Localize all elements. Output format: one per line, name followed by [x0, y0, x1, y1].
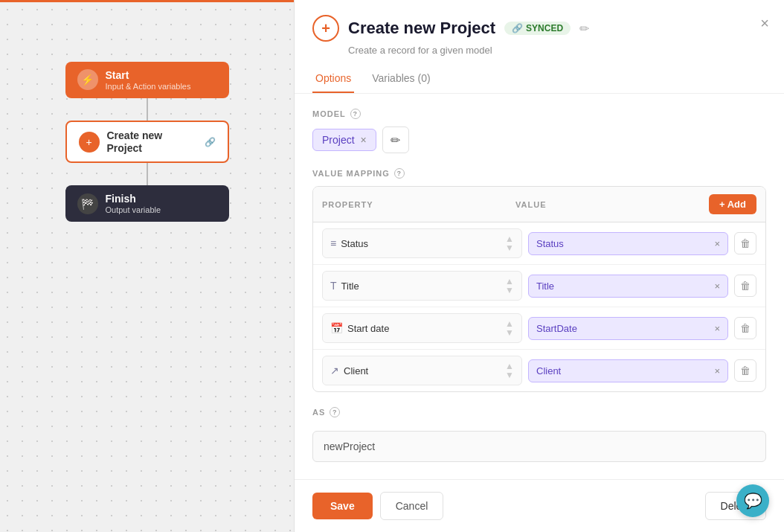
chat-button[interactable]: 💬 [736, 484, 769, 517]
client-prop-icon: ↗ [330, 365, 339, 376]
sort-arrows-client: ▲▼ [505, 362, 514, 379]
synced-label: SYNCED [526, 23, 563, 33]
link-chain-icon: 🔗 [512, 23, 523, 33]
start-node[interactable]: ⚡ Start Input & Action variables [65, 62, 229, 98]
finish-node-title: Finish [106, 193, 161, 205]
delete-row-title[interactable]: 🗑 [734, 275, 756, 297]
as-help-icon[interactable]: ? [330, 407, 340, 417]
tab-variables[interactable]: Variables (0) [369, 65, 433, 93]
model-edit-button[interactable]: ✏ [382, 126, 409, 153]
value-mapping-label: VALUE MAPPING ? [312, 168, 766, 179]
edit-title-icon[interactable]: ✏ [579, 22, 589, 36]
synced-badge: 🔗 SYNCED [504, 22, 571, 35]
startdate-property-label: Start date [347, 323, 389, 334]
create-node-title: Create new Project [107, 129, 197, 155]
status-value-remove[interactable]: × [714, 238, 720, 249]
model-tag[interactable]: Project × [312, 129, 376, 151]
start-node-icon: ⚡ [77, 69, 98, 90]
panel-title: Create new Project [348, 19, 495, 38]
model-section-label: MODEL ? [312, 109, 766, 119]
cancel-button[interactable]: Cancel [380, 492, 444, 520]
title-value-tag[interactable]: Title × [528, 275, 728, 298]
close-button[interactable]: × [760, 15, 769, 32]
sort-arrows-title: ▲▼ [505, 277, 514, 295]
connector-1 [147, 98, 148, 121]
client-value-remove[interactable]: × [714, 365, 720, 376]
table-row: ≡ Status ▲▼ Status × 🗑 [313, 222, 765, 265]
value-mapping-help-icon[interactable]: ? [394, 168, 405, 179]
panel-plus-icon: + [312, 15, 339, 42]
property-selector-startdate[interactable]: 📅 Start date ▲▼ [322, 313, 522, 343]
mapping-table-header: PROPERTY VALUE + Add [313, 187, 765, 222]
status-prop-icon: ≡ [330, 237, 336, 249]
finish-node-icon: 🏁 [77, 193, 98, 214]
panel-footer: Save Cancel Delete [295, 479, 784, 532]
workflow-canvas: ⚡ Start Input & Action variables + Creat… [0, 0, 294, 532]
startdate-value-remove[interactable]: × [714, 323, 720, 334]
model-tag-label: Project [322, 134, 355, 146]
status-property-label: Status [341, 238, 368, 249]
title-value-remove[interactable]: × [714, 281, 720, 292]
table-row: T Title ▲▼ Title × 🗑 [313, 265, 765, 307]
title-prop-icon: T [330, 280, 337, 292]
start-node-subtitle: Input & Action variables [106, 82, 191, 91]
delete-row-startdate[interactable]: 🗑 [734, 317, 756, 339]
table-row: ↗ Client ▲▼ Client × 🗑 [313, 350, 765, 391]
panel-body: MODEL ? Project × ✏ VALUE MAPPING ? PROP… [295, 94, 784, 479]
table-row: 📅 Start date ▲▼ StartDate × 🗑 [313, 307, 765, 350]
link-icon: 🔗 [205, 137, 216, 147]
add-mapping-button[interactable]: + Add [709, 194, 756, 214]
model-help-icon[interactable]: ? [350, 109, 361, 119]
as-section-label: AS ? [312, 407, 766, 417]
finish-node-subtitle: Output variable [106, 205, 161, 214]
create-node-icon: + [79, 132, 100, 153]
property-column-header: PROPERTY [322, 200, 515, 209]
tabs-container: Options Variables (0) [312, 65, 766, 93]
startdate-prop-icon: 📅 [330, 322, 343, 334]
finish-node[interactable]: 🏁 Finish Output variable [65, 185, 229, 222]
property-selector-title[interactable]: T Title ▲▼ [322, 271, 522, 301]
sort-arrows-status: ▲▼ [505, 234, 514, 252]
create-node[interactable]: + Create new Project 🔗 [65, 121, 229, 164]
client-value-tag[interactable]: Client × [528, 359, 728, 382]
tab-options[interactable]: Options [312, 65, 354, 93]
mapping-table: PROPERTY VALUE + Add ≡ Status ▲▼ Status … [312, 186, 766, 392]
property-selector-status[interactable]: ≡ Status ▲▼ [322, 228, 522, 258]
save-button[interactable]: Save [312, 493, 373, 519]
detail-panel: × + Create new Project 🔗 SYNCED ✏ Create… [294, 0, 784, 532]
delete-row-client[interactable]: 🗑 [734, 359, 756, 382]
as-section: AS ? [312, 407, 766, 462]
title-property-label: Title [341, 281, 359, 292]
property-selector-client[interactable]: ↗ Client ▲▼ [322, 356, 522, 385]
delete-row-status[interactable]: 🗑 [734, 232, 756, 254]
startdate-value-tag[interactable]: StartDate × [528, 317, 728, 340]
as-input-field[interactable] [312, 431, 766, 462]
client-property-label: Client [344, 365, 368, 376]
connector-2 [147, 163, 148, 185]
value-column-header: VALUE [515, 200, 709, 209]
start-node-title: Start [106, 69, 191, 82]
sort-arrows-startdate: ▲▼ [505, 319, 514, 337]
value-mapping-section: VALUE MAPPING ? PROPERTY VALUE + Add ≡ S… [312, 168, 766, 392]
panel-subtitle: Create a record for a given model [348, 45, 766, 56]
model-remove-icon[interactable]: × [361, 134, 367, 146]
panel-header: × + Create new Project 🔗 SYNCED ✏ Create… [295, 0, 784, 94]
model-row: Project × ✏ [312, 126, 766, 153]
status-value-tag[interactable]: Status × [528, 232, 728, 255]
